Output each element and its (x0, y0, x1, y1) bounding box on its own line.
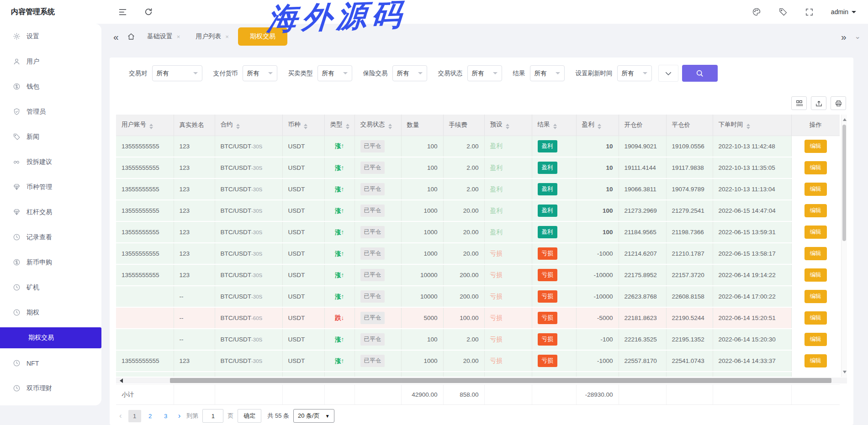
edit-button[interactable]: 编辑 (804, 161, 827, 174)
column-header[interactable]: 开仓价 (619, 115, 666, 136)
filter-select[interactable]: 所有 (467, 65, 502, 81)
search-button[interactable] (682, 65, 718, 82)
column-header[interactable]: 平仓价 (666, 115, 713, 136)
close-tab-icon[interactable]: × (177, 33, 180, 40)
columns-grid-icon[interactable] (791, 96, 807, 110)
tag-icon[interactable] (778, 7, 788, 16)
theme-palette-icon[interactable] (752, 7, 761, 16)
sidebar-item[interactable]: 期权交易 (0, 327, 101, 348)
column-header[interactable]: 结果 (532, 115, 576, 136)
sidebar-item[interactable]: 期权 (0, 300, 101, 325)
sidebar-item[interactable]: 钱包 (0, 74, 101, 99)
page-number[interactable]: 2 (144, 410, 157, 422)
scroll-down-icon[interactable] (843, 371, 847, 375)
home-icon[interactable] (127, 32, 135, 41)
sort-icon[interactable] (506, 124, 509, 129)
cell-contract: BTC/USDT-30S (215, 264, 282, 286)
tab[interactable]: 基础设置 × (141, 28, 187, 45)
edit-button[interactable]: 编辑 (804, 247, 827, 260)
sort-icon[interactable] (746, 124, 750, 129)
sort-icon[interactable] (304, 124, 307, 129)
cell-real-name: 123 (174, 243, 215, 264)
sidebar-item[interactable]: 矿机 (0, 275, 101, 300)
prev-page-icon[interactable]: ‹ (117, 411, 124, 420)
page-input[interactable] (202, 409, 223, 423)
edit-button[interactable]: 编辑 (804, 140, 827, 153)
sort-icon[interactable] (236, 124, 240, 129)
next-page-icon[interactable]: › (176, 411, 183, 420)
column-header[interactable]: 合约 (215, 115, 282, 136)
edit-button[interactable]: 编辑 (804, 183, 827, 196)
column-header[interactable]: 交易状态 (355, 115, 401, 136)
print-icon[interactable] (831, 96, 846, 110)
scroll-left-icon[interactable] (117, 378, 123, 383)
filter-select[interactable]: 所有 (318, 65, 352, 81)
filter-select[interactable]: 所有 (530, 65, 565, 81)
sidebar-item[interactable]: 杠杆交易 (0, 199, 101, 225)
column-header[interactable]: 预设 (484, 115, 532, 136)
edit-button[interactable]: 编辑 (804, 354, 827, 367)
table-row: -- BTC/USDT-30S USDT 涨↑ 已平仓 100 2.00 亏损 … (116, 329, 840, 350)
sidebar-item[interactable]: 币种管理 (0, 174, 101, 199)
edit-button[interactable]: 编辑 (804, 311, 827, 325)
filter-select[interactable]: 所有 (617, 65, 652, 81)
sidebar-item[interactable]: 新闻 (0, 124, 101, 149)
sidebar-item[interactable]: 双币理财 (0, 376, 101, 401)
sidebar-menu: 设置 用户 钱包 管理员 新闻 投拆建议 币种管理 杠杆交易 记录查看 新币申购… (0, 24, 101, 401)
vertical-scrollbar[interactable] (841, 115, 847, 377)
edit-button[interactable]: 编辑 (804, 226, 827, 239)
column-header[interactable]: 下单时间 (713, 115, 791, 136)
refresh-icon[interactable] (144, 7, 153, 17)
expand-tabs-icon[interactable]: » (841, 32, 847, 42)
horizontal-scrollbar[interactable] (116, 378, 847, 383)
scroll-up-icon[interactable] (843, 116, 847, 121)
edit-button[interactable]: 编辑 (804, 268, 827, 282)
tab[interactable]: 期权交易 × (238, 27, 287, 46)
filter-select[interactable]: 所有 (392, 65, 427, 81)
edit-button[interactable]: 编辑 (804, 333, 827, 346)
column-header[interactable]: 币种 (282, 115, 324, 136)
expand-filters-icon[interactable] (658, 65, 678, 82)
user-menu[interactable]: admin (831, 8, 856, 16)
edit-button[interactable]: 编辑 (804, 290, 827, 303)
close-tab-icon[interactable]: × (225, 33, 229, 40)
export-icon[interactable] (811, 96, 826, 110)
fullscreen-icon[interactable] (805, 7, 814, 16)
column-header[interactable]: 类型 (324, 115, 355, 136)
horizontal-scrollbar-thumb[interactable] (170, 378, 831, 383)
sort-icon[interactable] (346, 124, 349, 129)
tab-menu-caret-icon[interactable]: ⌄ (855, 33, 861, 40)
column-header[interactable]: 用户账号 (116, 115, 174, 136)
page-number[interactable]: 1 (128, 410, 141, 422)
column-header[interactable]: 真实姓名 (174, 115, 215, 136)
sort-icon[interactable] (598, 124, 601, 129)
sidebar-item[interactable]: 新币申购 (0, 250, 101, 275)
confirm-page-button[interactable]: 确定 (238, 409, 261, 423)
sidebar-item[interactable]: 设置 (0, 24, 101, 49)
sidebar-item[interactable]: 管理员 (0, 99, 101, 124)
filter-select[interactable]: 所有 (152, 65, 202, 81)
filter-bar: 交易对 所有 支付货币 所有 买卖类型 所有 保险交易 所有 交易状态 所有 结… (116, 58, 847, 88)
sort-icon[interactable] (388, 124, 392, 129)
page-number[interactable]: 3 (159, 410, 172, 422)
collapse-tabs-icon[interactable]: « (113, 32, 118, 42)
sidebar-item[interactable]: NFT (0, 351, 101, 376)
column-header[interactable]: 手续费 (443, 115, 484, 136)
user-name: admin (831, 8, 848, 16)
sidebar-item[interactable]: 投拆建议 (0, 149, 101, 174)
per-page-select[interactable]: 20 条/页 ▼ (293, 409, 334, 423)
filter-select[interactable]: 所有 (243, 65, 277, 81)
edit-button[interactable]: 编辑 (804, 204, 827, 217)
vertical-scrollbar-thumb[interactable] (842, 125, 846, 241)
column-header[interactable]: 操作 (791, 115, 840, 136)
chevron-down-icon (343, 72, 348, 77)
tab[interactable]: 用户列表 × (189, 28, 235, 45)
sidebar-item[interactable]: 记录查看 (0, 225, 101, 250)
sidebar-item[interactable]: 用户 (0, 49, 101, 74)
menu-toggle-icon[interactable] (118, 7, 127, 17)
sort-icon[interactable] (553, 124, 557, 129)
column-header[interactable]: 盈利 (576, 115, 619, 136)
column-header[interactable]: 数量 (401, 115, 443, 136)
sort-icon[interactable] (149, 124, 153, 129)
gear-icon (12, 32, 21, 41)
